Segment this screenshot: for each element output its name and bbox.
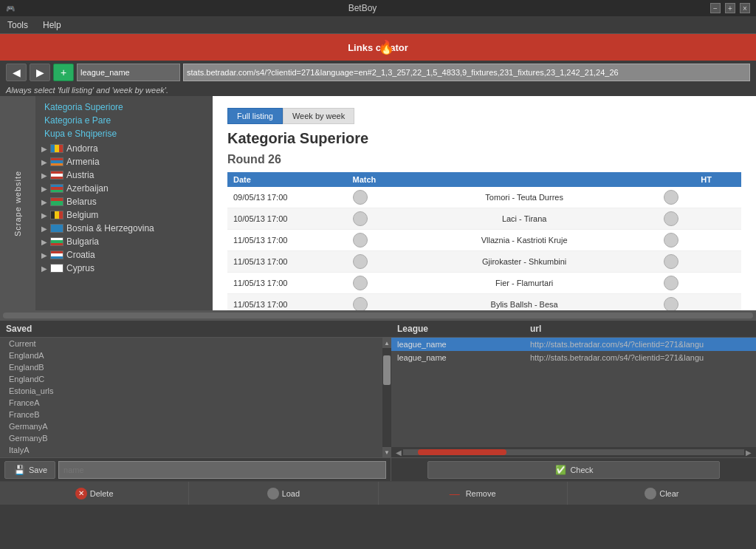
country-bulgaria[interactable]: ▶ Bulgaria (35, 235, 213, 248)
country-tree: Kategoria Superiore Kategoria e Pare Kup… (35, 96, 213, 310)
kategoria-superiore-link[interactable]: Kategoria Superiore (41, 100, 207, 114)
saved-item[interactable]: GermanyB (0, 432, 382, 444)
league-hscrollbar: ◀ ▶ (391, 447, 756, 457)
tab-week-by-week[interactable]: Week by week (283, 108, 354, 124)
fixture-logo (347, 208, 391, 230)
remove-label: Remove (466, 489, 496, 498)
load-label: Load (282, 489, 300, 498)
saved-item[interactable]: EnglandB (0, 361, 382, 373)
country-name: Cyprus (66, 263, 94, 273)
url-bar: ◀ ▶ + (0, 61, 756, 84)
hscroll-track[interactable] (403, 449, 744, 455)
saved-item[interactable]: ItalyA (0, 444, 382, 456)
action-bar-save: 💾 Save ✅ Check (0, 457, 756, 481)
saved-item[interactable]: EnglandA (0, 349, 382, 361)
clear-label: Clear (659, 489, 678, 498)
league-name-input[interactable] (77, 64, 180, 81)
col-match-name (391, 172, 658, 187)
country-name: Andorra (66, 143, 98, 154)
add-button[interactable]: + (53, 64, 74, 81)
minimize-button[interactable]: − (710, 3, 721, 13)
country-armenia[interactable]: ▶ Armenia (35, 155, 213, 168)
austria-flag (50, 171, 63, 180)
league-cell: league_name (397, 340, 530, 349)
delete-load-section: ✕ Delete Load (0, 482, 379, 505)
fixture-ht (658, 230, 741, 251)
arrow-icon: ▶ (41, 171, 47, 180)
saved-item[interactable]: FranceB (0, 409, 382, 420)
clear-button[interactable]: Clear (568, 482, 756, 505)
scroll-thumb[interactable] (383, 355, 391, 385)
saved-item[interactable]: ItalyB (0, 456, 382, 457)
country-austria[interactable]: ▶ Austria (35, 168, 213, 182)
kupa-shqiperise-link[interactable]: Kupa e Shqiperise (41, 127, 207, 140)
remove-button[interactable]: — Remove (379, 482, 568, 505)
saved-item[interactable]: EnglandC (0, 373, 382, 385)
fixture-ht (658, 294, 741, 311)
fixtures-table: Date Match HT 09/05/13 17:00 Tomori - Te… (227, 172, 741, 310)
scroll-up-btn[interactable]: ▲ (382, 338, 391, 348)
remove-clear-section: — Remove Clear (379, 482, 757, 505)
country-name: Armenia (66, 157, 100, 167)
menu-tools[interactable]: Tools (4, 18, 31, 32)
delete-label: Delete (90, 489, 114, 498)
country-andorra[interactable]: ▶ Andorra (35, 142, 213, 155)
fixture-logo (347, 273, 391, 294)
delete-icon: ✕ (75, 488, 87, 499)
load-button[interactable]: Load (189, 482, 377, 505)
saved-vscrollbar[interactable]: ▲ ▼ (382, 338, 391, 457)
hscrollbar-track[interactable] (3, 313, 753, 318)
save-label: Save (29, 466, 47, 474)
arrow-icon: ▶ (41, 211, 47, 219)
saved-panel: Saved Current EnglandA EnglandB EnglandC… (0, 321, 391, 457)
hscroll-thumb[interactable] (418, 449, 506, 455)
league-row[interactable]: league_name http://stats.betradar.com/s4… (391, 351, 756, 364)
check-icon: ✅ (554, 463, 567, 477)
cyprus-flag (50, 264, 63, 273)
saved-item[interactable]: Current (0, 338, 382, 349)
helper-text: Always select 'full listing' and 'week b… (0, 84, 756, 96)
round-title: Round 26 (227, 153, 741, 166)
country-belgium[interactable]: ▶ Belgium (35, 208, 213, 222)
league-row[interactable]: league_name http://stats.betradar.com/s4… (391, 338, 756, 351)
country-name: Belarus (66, 197, 97, 207)
forward-button[interactable]: ▶ (30, 64, 50, 81)
url-cell: http://stats.betradar.com/s4/?clientid=2… (530, 353, 750, 362)
url-col-header: url (530, 324, 750, 334)
league-rows: league_name http://stats.betradar.com/s4… (391, 338, 756, 447)
hscroll-left-btn[interactable]: ◀ (394, 449, 403, 457)
clear-icon (645, 488, 656, 499)
url-input[interactable] (183, 64, 750, 81)
hscroll-right-btn[interactable]: ▶ (744, 449, 753, 457)
tab-full-listing[interactable]: Full listing (227, 108, 283, 124)
country-azerbaijan[interactable]: ▶ Azerbaijan (35, 182, 213, 195)
saved-item[interactable]: FranceA (0, 397, 382, 409)
close-button[interactable]: × (740, 3, 750, 13)
country-bosnia[interactable]: ▶ Bosnia & Herzegovina (35, 222, 213, 235)
country-belarus[interactable]: ▶ Belarus (35, 195, 213, 208)
fixture-logo (347, 294, 391, 311)
name-input[interactable] (58, 461, 386, 479)
arrow-icon: ▶ (41, 225, 47, 233)
saved-item[interactable]: GermanyA (0, 420, 382, 432)
scroll-down-btn[interactable]: ▼ (382, 447, 391, 457)
menu-help[interactable]: Help (40, 18, 64, 32)
save-button[interactable]: 💾 Save (4, 461, 55, 479)
main-area: Scrape website Kategoria Superiore Kateg… (0, 96, 756, 310)
fixture-ht (658, 187, 741, 208)
web-view: Full listing Week by week Kategoria Supe… (213, 96, 756, 310)
delete-button[interactable]: ✕ Delete (0, 482, 189, 505)
fixture-date: 11/05/13 17:00 (227, 230, 347, 251)
saved-item[interactable]: Estonia_urls (0, 385, 382, 397)
league-title: Kategoria Superiore (227, 130, 741, 147)
kategoria-pare-link[interactable]: Kategoria e Pare (41, 114, 207, 127)
titlebar-icon: 🎮 (6, 4, 15, 13)
andorra-flag (50, 144, 63, 153)
country-cyprus[interactable]: ▶ Cyprus (35, 262, 213, 275)
check-button[interactable]: ✅ Check (427, 461, 719, 479)
action-bar-delete: ✕ Delete Load — Remove Clear (0, 481, 756, 505)
fixture-row: 11/05/13 17:00 Bylis Ballsh - Besa (227, 294, 741, 311)
back-button[interactable]: ◀ (6, 64, 27, 81)
country-croatia[interactable]: ▶ Croatia (35, 248, 213, 262)
maximize-button[interactable]: + (725, 3, 735, 13)
